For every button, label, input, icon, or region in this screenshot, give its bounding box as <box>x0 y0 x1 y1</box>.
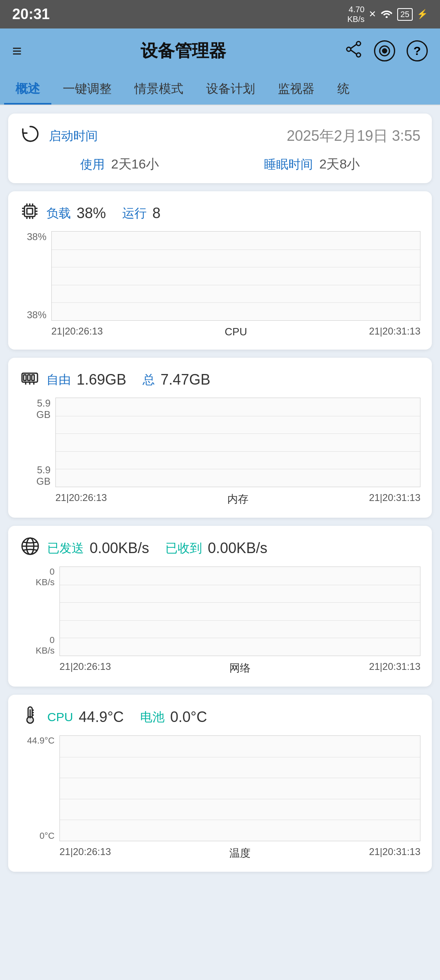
network-chart-container: 0KB/s 0KB/s <box>20 567 420 656</box>
charging-icon: ⚡ <box>417 9 428 20</box>
menu-button[interactable]: ≡ <box>12 43 22 59</box>
record-button[interactable] <box>374 40 395 61</box>
sleep-value: 2天8小 <box>319 155 360 173</box>
battery-indicator: 25 <box>397 8 413 21</box>
cpu-chart-label: CPU <box>225 326 247 338</box>
mem-total-value: 7.47GB <box>161 371 210 388</box>
mem-card: 自由 1.69GB 总 7.47GB 5.9GB 5.9GB 21|20:26:… <box>8 358 432 518</box>
share-button[interactable] <box>345 40 363 61</box>
tab-overview[interactable]: 概述 <box>4 73 51 105</box>
status-time: 20:31 <box>12 6 50 23</box>
temp-chart-container: 44.9°C 0°C <box>20 735 420 841</box>
temp-icon <box>20 704 41 730</box>
network-icon <box>20 536 41 561</box>
mem-y-axis: 5.9GB 5.9GB <box>20 398 52 487</box>
temp-card: CPU 44.9°C 电池 0.0°C 44.9°C 0°C 21|20:26:… <box>8 695 432 872</box>
mem-total-label: 总 <box>143 372 155 388</box>
cpu-run-value: 8 <box>152 205 161 222</box>
net-recv-label: 已收到 <box>165 540 202 557</box>
cpu-load-label: 负载 <box>46 205 71 222</box>
net-sent-value: 0.00KB/s <box>90 540 149 557</box>
temp-chart-footer: 21|20:26:13 温度 21|20:31:13 <box>20 844 420 862</box>
svg-line-4 <box>351 44 356 48</box>
boot-label: 启动时间 <box>49 128 98 144</box>
svg-rect-23 <box>24 375 26 381</box>
network-card: 已发送 0.00KB/s 已收到 0.00KB/s 0KB/s 0KB/s 21… <box>8 526 432 687</box>
status-bar: 20:31 4.70KB/s ✕ 25 ⚡ <box>0 0 440 28</box>
tab-one-key[interactable]: 一键调整 <box>51 73 123 105</box>
mem-free-label: 自由 <box>46 372 71 388</box>
tab-bar: 概述 一键调整 情景模式 设备计划 监视器 统 <box>0 73 440 105</box>
temp-battery-label: 电池 <box>140 709 165 726</box>
mem-icon <box>20 368 40 392</box>
tab-plan[interactable]: 设备计划 <box>195 73 266 105</box>
mem-free-value: 1.69GB <box>77 371 126 388</box>
temp-cpu-value: 44.9°C <box>79 709 123 726</box>
network-speed: 4.70KB/s <box>348 4 365 24</box>
boot-time-card: 启动时间 2025年2月19日 3:55 使用 2天16小 睡眠时间 2天8小 <box>8 114 432 183</box>
svg-rect-8 <box>24 206 35 217</box>
cpu-chart-container: 38% 38% <box>20 231 420 321</box>
svg-line-5 <box>351 50 356 54</box>
temp-y-axis: 44.9°C 0°C <box>20 735 56 841</box>
tab-monitor[interactable]: 监视器 <box>266 73 326 105</box>
temp-cpu-label: CPU <box>47 710 73 724</box>
net-time-right: 21|20:31:13 <box>369 661 420 675</box>
tab-more[interactable]: 统 <box>326 73 361 105</box>
mem-time-left: 21|20:26:13 <box>55 492 107 506</box>
net-y-axis: 0KB/s 0KB/s <box>20 567 56 656</box>
boot-time-value: 2025年2月19日 3:55 <box>287 126 420 146</box>
net-sent-label: 已发送 <box>47 540 84 557</box>
help-button[interactable]: ? <box>407 40 428 61</box>
temp-battery-value: 0.0°C <box>170 709 207 726</box>
mem-chart <box>55 398 420 487</box>
app-title: 设备管理器 <box>30 39 337 62</box>
cpu-time-right: 21|20:31:13 <box>369 326 420 338</box>
usage-value: 2天16小 <box>111 155 159 173</box>
mem-chart-container: 5.9GB 5.9GB <box>20 398 420 487</box>
svg-rect-9 <box>27 208 33 214</box>
cpu-run-label: 运行 <box>122 205 147 222</box>
x-icon: ✕ <box>369 9 376 20</box>
cpu-chart-footer: 21|20:26:13 CPU 21|20:31:13 <box>20 324 420 340</box>
cpu-y-axis: 38% 38% <box>20 231 48 321</box>
network-chart <box>59 567 420 656</box>
cpu-icon <box>20 201 40 225</box>
svg-rect-24 <box>28 375 30 381</box>
svg-point-0 <box>385 16 387 18</box>
svg-point-2 <box>347 47 351 51</box>
tab-scene[interactable]: 情景模式 <box>123 73 195 105</box>
temp-chart <box>59 735 420 841</box>
net-chart-label: 网络 <box>229 661 251 675</box>
app-bar-actions: ? <box>345 40 428 61</box>
temp-time-left: 21|20:26:13 <box>59 846 111 860</box>
net-time-left: 21|20:26:13 <box>59 661 111 675</box>
temp-chart-label: 温度 <box>229 846 251 860</box>
svg-rect-25 <box>32 375 34 381</box>
mem-chart-label: 内存 <box>227 492 249 506</box>
temp-time-right: 21|20:31:13 <box>369 846 420 860</box>
wifi-icon <box>380 8 393 20</box>
mem-chart-footer: 21|20:26:13 内存 21|20:31:13 <box>20 490 420 508</box>
svg-point-3 <box>356 53 361 57</box>
app-bar: ≡ 设备管理器 ? <box>0 28 440 73</box>
cpu-load-value: 38% <box>77 205 106 222</box>
net-recv-value: 0.00KB/s <box>208 540 267 557</box>
cpu-time-left: 21|20:26:13 <box>51 326 103 338</box>
cpu-chart <box>51 231 420 321</box>
mem-time-right: 21|20:31:13 <box>369 492 420 506</box>
boot-icon <box>20 123 41 149</box>
net-chart-footer: 21|20:26:13 网络 21|20:31:13 <box>20 659 420 677</box>
usage-label: 使用 <box>80 156 105 173</box>
cpu-card: 负载 38% 运行 8 38% 38% 21|20:26:13 CPU 2 <box>8 191 432 350</box>
status-icons: 4.70KB/s ✕ 25 ⚡ <box>348 4 428 24</box>
sleep-label: 睡眠时间 <box>264 156 313 173</box>
svg-point-1 <box>356 42 361 46</box>
svg-point-7 <box>383 49 387 53</box>
